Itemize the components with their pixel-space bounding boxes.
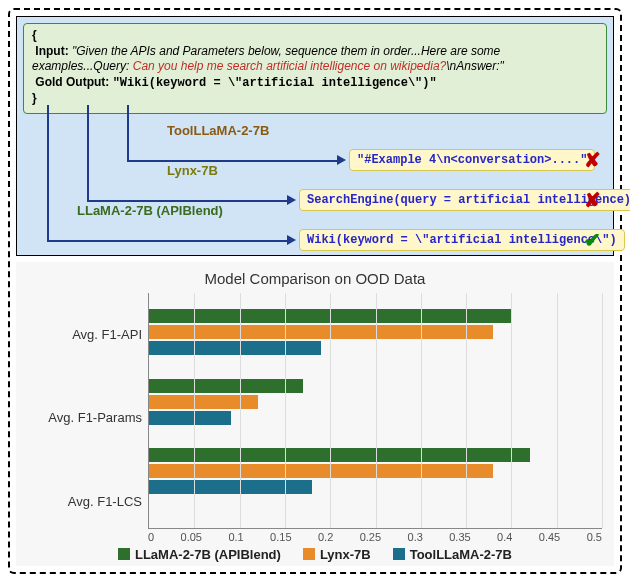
xtick: 0.2 <box>318 531 333 543</box>
model-tracks: ToolLLaMA-2-7B "#Example 4\n<conversatio… <box>17 113 613 233</box>
plot-area <box>148 293 602 529</box>
xtick: 0.5 <box>587 531 602 543</box>
xticks: 0 0.05 0.1 0.15 0.2 0.25 0.3 0.35 0.4 0.… <box>148 529 602 543</box>
bar-lynx-2 <box>149 464 493 478</box>
prompt-box: { Input: "Given the APIs and Parameters … <box>23 23 607 114</box>
xtick: 0.3 <box>408 531 423 543</box>
grid-line <box>466 293 467 528</box>
bar-tool-1 <box>149 411 231 425</box>
input-label: Input: <box>35 44 68 58</box>
legend-item-apiblend: LLaMA-2-7B (APIBlend) <box>118 547 281 562</box>
model-label-lynx: Lynx-7B <box>167 163 218 178</box>
track-apiblend: LLaMA-2-7B (APIBlend) Wiki(keyword = \"a… <box>17 193 613 233</box>
grid-line <box>421 293 422 528</box>
xtick: 0.15 <box>270 531 291 543</box>
grid-line <box>330 293 331 528</box>
grid-line <box>602 293 603 528</box>
ylabel-2: Avg. F1-LCS <box>28 494 142 509</box>
xtick: 0.4 <box>497 531 512 543</box>
xtick: 0.1 <box>228 531 243 543</box>
xtick: 0 <box>148 531 154 543</box>
chart-panel: Model Comparison on OOD Data Avg. F1-API… <box>16 262 614 566</box>
grid-line <box>194 293 195 528</box>
arrow-line-3 <box>47 240 287 242</box>
bar-apiblend-1 <box>149 379 303 393</box>
track-toolllama: ToolLLaMA-2-7B "#Example 4\n<conversatio… <box>17 113 613 153</box>
swatch-teal <box>393 548 405 560</box>
bar-tool-2 <box>149 480 312 494</box>
xtick: 0.25 <box>360 531 381 543</box>
legend-label-1: Lynx-7B <box>320 547 371 562</box>
gold-output: "Wiki(keyword = \"artificial intelligenc… <box>113 76 437 90</box>
bar-tool-0 <box>149 341 321 355</box>
ylabel-1: Avg. F1-Params <box>28 410 142 425</box>
swatch-orange <box>303 548 315 560</box>
model-label-toolllama: ToolLLaMA-2-7B <box>167 123 269 138</box>
grid-line <box>285 293 286 528</box>
mark-correct: ✔ <box>584 228 601 252</box>
xtick: 0.45 <box>539 531 560 543</box>
xtick: 0.35 <box>449 531 470 543</box>
grid-line <box>557 293 558 528</box>
brace-close: } <box>32 91 37 105</box>
legend: LLaMA-2-7B (APIBlend) Lynx-7B ToolLLaMA-… <box>28 543 602 562</box>
chart-body: Avg. F1-API Avg. F1-Params Avg. F1-LCS <box>28 293 602 543</box>
xtick: 0.05 <box>181 531 202 543</box>
legend-label-0: LLaMA-2-7B (APIBlend) <box>135 547 281 562</box>
legend-item-lynx: Lynx-7B <box>303 547 371 562</box>
chart-title: Model Comparison on OOD Data <box>28 270 602 287</box>
brace-open: { <box>32 28 37 42</box>
grid-line <box>376 293 377 528</box>
swatch-green <box>118 548 130 560</box>
input-suffix: \nAnswer:" <box>446 59 504 73</box>
arrow-head-3 <box>287 235 296 245</box>
output-box-apiblend: Wiki(keyword = \"artificial intelligence… <box>299 229 625 251</box>
model-label-apiblend: LLaMA-2-7B (APIBlend) <box>77 203 223 218</box>
ylabel-0: Avg. F1-API <box>28 327 142 342</box>
example-panel: { Input: "Given the APIs and Parameters … <box>16 16 614 256</box>
plot-wrap: 0 0.05 0.1 0.15 0.2 0.25 0.3 0.35 0.4 0.… <box>148 293 602 543</box>
legend-label-2: ToolLLaMA-2-7B <box>410 547 512 562</box>
input-query: Can you help me search artificial intell… <box>133 59 447 73</box>
bar-lynx-0 <box>149 325 493 339</box>
gold-label: Gold Output: <box>35 75 109 89</box>
chart-ylabels: Avg. F1-API Avg. F1-Params Avg. F1-LCS <box>28 293 148 543</box>
bar-apiblend-2 <box>149 448 530 462</box>
grid-line <box>511 293 512 528</box>
bar-lynx-1 <box>149 395 258 409</box>
grid-line <box>240 293 241 528</box>
figure-container: { Input: "Given the APIs and Parameters … <box>8 8 622 574</box>
legend-item-tool: ToolLLaMA-2-7B <box>393 547 512 562</box>
track-lynx: Lynx-7B SearchEngine(query = artificial … <box>17 153 613 193</box>
